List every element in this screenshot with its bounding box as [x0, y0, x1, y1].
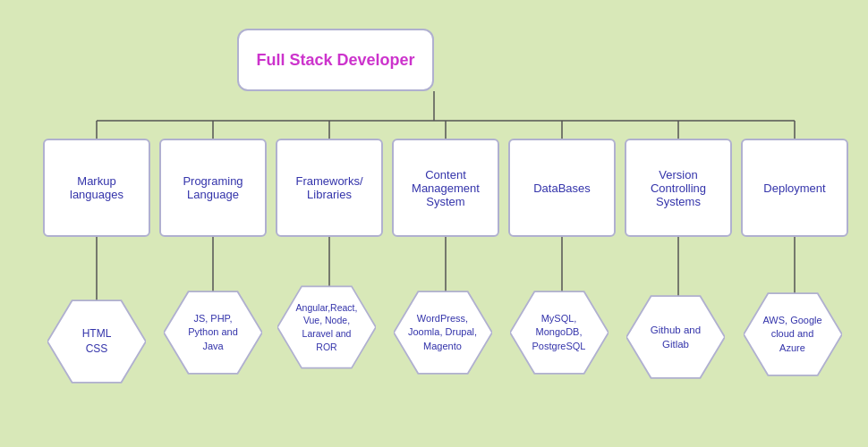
hex-aws: AWS, Googlecloud andAzure	[736, 286, 848, 383]
square-node-cms: ContentManagementSystem	[392, 139, 499, 237]
hex-github: Github andGitlab	[622, 291, 729, 384]
square-node-markup: Markuplanguages	[43, 139, 150, 237]
root-node: Full Stack Developer	[237, 29, 434, 91]
square-node-frameworks: Frameworks/Libraries	[276, 139, 383, 237]
hex-mysql: MySQL,MongoDB,PostgreSQL	[503, 284, 615, 381]
square-node-deployment: Deployment	[741, 139, 848, 237]
vcs-label: VersionControllingSystems	[651, 168, 706, 208]
square-node-databases: DataBases	[508, 139, 616, 237]
square-node-vcs: VersionControllingSystems	[625, 139, 732, 237]
hex-html-css: HTMLCSS	[43, 295, 150, 388]
wordpress-label: WordPress,Joomla, Drupal,Magento	[404, 308, 481, 357]
databases-label: DataBases	[533, 181, 591, 195]
github-label: Github andGitlab	[647, 319, 704, 355]
mysql-label: MySQL,MongoDB,PostgreSQL	[529, 308, 590, 357]
root-label: Full Stack Developer	[256, 51, 414, 70]
angular-label: Angular,React,Vue, Node,Laravel andROR	[293, 298, 362, 358]
deployment-label: Deployment	[763, 181, 825, 195]
markup-label: Markuplanguages	[70, 174, 123, 201]
aws-label: AWS, Googlecloud andAzure	[759, 310, 825, 358]
hex-angular: Angular,React,Vue, Node,Laravel andROR	[268, 277, 385, 377]
cms-label: ContentManagementSystem	[412, 168, 480, 208]
programming-label: ProgramingLanguage	[183, 174, 243, 201]
hex-js-php: JS, PHP,Python andJava	[159, 286, 267, 379]
html-css-label: HTMLCSS	[79, 323, 115, 360]
hex-wordpress: WordPress,Joomla, Drupal,Magento	[387, 284, 498, 381]
frameworks-label: Frameworks/Libraries	[295, 174, 362, 201]
js-php-label: JS, PHP,Python andJava	[184, 308, 242, 357]
diagram: Full Stack Developer Markuplanguages Pro…	[0, 0, 868, 447]
square-node-programming: ProgramingLanguage	[159, 139, 267, 237]
